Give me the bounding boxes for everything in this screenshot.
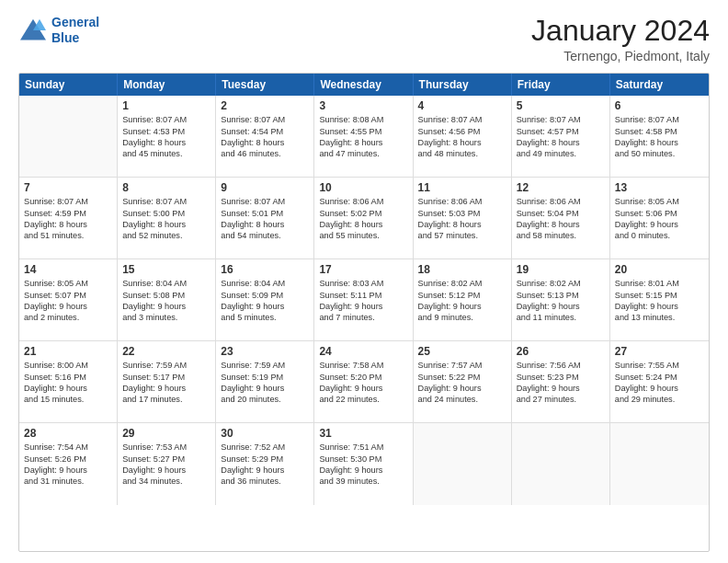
daylight: Daylight: 9 hours bbox=[221, 301, 309, 312]
sunset: Sunset: 5:03 PM bbox=[418, 208, 506, 219]
calendar-cell: 4 Sunrise: 8:07 AM Sunset: 4:56 PM Dayli… bbox=[414, 96, 512, 177]
sunrise: Sunrise: 8:06 AM bbox=[319, 196, 407, 207]
sunset: Sunset: 5:17 PM bbox=[122, 372, 210, 383]
daylight: Daylight: 8 hours bbox=[517, 219, 605, 230]
sunrise: Sunrise: 7:54 AM bbox=[24, 442, 112, 453]
sunset: Sunset: 5:00 PM bbox=[122, 208, 210, 219]
day-number: 22 bbox=[122, 345, 210, 358]
logo: General Blue bbox=[18, 15, 99, 46]
daylight-minutes: and 9 minutes. bbox=[418, 312, 506, 323]
sunset: Sunset: 4:54 PM bbox=[221, 126, 309, 137]
calendar-cell bbox=[610, 423, 709, 505]
day-number: 30 bbox=[221, 427, 309, 440]
calendar-cell: 16 Sunrise: 8:04 AM Sunset: 5:09 PM Dayl… bbox=[216, 259, 314, 340]
daylight: Daylight: 8 hours bbox=[418, 137, 506, 148]
day-number: 29 bbox=[122, 427, 210, 440]
day-number: 16 bbox=[221, 263, 309, 276]
daylight: Daylight: 9 hours bbox=[24, 383, 112, 394]
day-number: 7 bbox=[24, 181, 112, 194]
header-day: Friday bbox=[512, 74, 610, 96]
header-day: Thursday bbox=[414, 74, 512, 96]
location: Ternengo, Piedmont, Italy bbox=[531, 49, 710, 63]
daylight: Daylight: 8 hours bbox=[122, 219, 210, 230]
daylight: Daylight: 9 hours bbox=[122, 301, 210, 312]
calendar-cell: 25 Sunrise: 7:57 AM Sunset: 5:22 PM Dayl… bbox=[414, 341, 512, 422]
calendar-cell: 5 Sunrise: 8:07 AM Sunset: 4:57 PM Dayli… bbox=[512, 96, 610, 177]
daylight-minutes: and 46 minutes. bbox=[221, 148, 309, 159]
daylight: Daylight: 9 hours bbox=[517, 383, 605, 394]
daylight-minutes: and 7 minutes. bbox=[319, 312, 407, 323]
sunrise: Sunrise: 8:02 AM bbox=[517, 278, 605, 289]
daylight: Daylight: 8 hours bbox=[517, 137, 605, 148]
daylight: Daylight: 9 hours bbox=[615, 383, 704, 394]
sunset: Sunset: 5:06 PM bbox=[615, 208, 704, 219]
calendar-cell: 22 Sunrise: 7:59 AM Sunset: 5:17 PM Dayl… bbox=[118, 341, 216, 422]
sunset: Sunset: 4:53 PM bbox=[122, 126, 210, 137]
daylight: Daylight: 9 hours bbox=[615, 301, 704, 312]
calendar-cell: 11 Sunrise: 8:06 AM Sunset: 5:03 PM Dayl… bbox=[414, 178, 512, 259]
sunrise: Sunrise: 8:07 AM bbox=[221, 114, 309, 125]
sunrise: Sunrise: 8:03 AM bbox=[319, 278, 407, 289]
calendar-cell: 13 Sunrise: 8:05 AM Sunset: 5:06 PM Dayl… bbox=[610, 178, 709, 259]
daylight: Daylight: 9 hours bbox=[517, 301, 605, 312]
day-number: 19 bbox=[517, 263, 605, 276]
calendar-header: SundayMondayTuesdayWednesdayThursdayFrid… bbox=[19, 74, 709, 96]
sunset: Sunset: 5:23 PM bbox=[517, 372, 605, 383]
day-number: 26 bbox=[517, 345, 605, 358]
sunset: Sunset: 5:16 PM bbox=[24, 372, 112, 383]
sunset: Sunset: 5:13 PM bbox=[517, 290, 605, 301]
sunrise: Sunrise: 8:07 AM bbox=[24, 196, 112, 207]
daylight-minutes: and 51 minutes. bbox=[24, 230, 112, 241]
calendar-row: 28 Sunrise: 7:54 AM Sunset: 5:26 PM Dayl… bbox=[19, 423, 709, 505]
day-number: 10 bbox=[319, 181, 407, 194]
daylight-minutes: and 36 minutes. bbox=[221, 476, 309, 487]
day-number: 12 bbox=[517, 181, 605, 194]
daylight: Daylight: 8 hours bbox=[24, 219, 112, 230]
sunset: Sunset: 5:26 PM bbox=[24, 454, 112, 465]
day-number: 24 bbox=[319, 345, 407, 358]
daylight-minutes: and 20 minutes. bbox=[221, 394, 309, 405]
daylight: Daylight: 8 hours bbox=[615, 137, 704, 148]
day-number: 25 bbox=[418, 345, 506, 358]
header-day: Monday bbox=[118, 74, 216, 96]
daylight-minutes: and 57 minutes. bbox=[418, 230, 506, 241]
daylight-minutes: and 13 minutes. bbox=[615, 312, 704, 323]
calendar-cell: 29 Sunrise: 7:53 AM Sunset: 5:27 PM Dayl… bbox=[118, 423, 216, 505]
header-day: Saturday bbox=[610, 74, 709, 96]
daylight: Daylight: 9 hours bbox=[319, 301, 407, 312]
daylight-minutes: and 49 minutes. bbox=[517, 148, 605, 159]
sunrise: Sunrise: 7:53 AM bbox=[122, 442, 210, 453]
sunset: Sunset: 4:56 PM bbox=[418, 126, 506, 137]
daylight: Daylight: 9 hours bbox=[122, 465, 210, 476]
calendar-cell: 3 Sunrise: 8:08 AM Sunset: 4:55 PM Dayli… bbox=[314, 96, 413, 177]
day-number: 17 bbox=[319, 263, 407, 276]
daylight: Daylight: 8 hours bbox=[122, 137, 210, 148]
day-number: 1 bbox=[122, 99, 210, 112]
daylight-minutes: and 15 minutes. bbox=[24, 394, 112, 405]
calendar-cell: 26 Sunrise: 7:56 AM Sunset: 5:23 PM Dayl… bbox=[512, 341, 610, 422]
calendar-cell: 30 Sunrise: 7:52 AM Sunset: 5:29 PM Dayl… bbox=[216, 423, 314, 505]
daylight: Daylight: 9 hours bbox=[24, 465, 112, 476]
sunrise: Sunrise: 8:07 AM bbox=[615, 114, 704, 125]
logo-icon bbox=[18, 17, 48, 43]
daylight: Daylight: 8 hours bbox=[319, 137, 407, 148]
calendar-cell: 8 Sunrise: 8:07 AM Sunset: 5:00 PM Dayli… bbox=[118, 178, 216, 259]
day-number: 28 bbox=[24, 427, 112, 440]
sunrise: Sunrise: 7:59 AM bbox=[122, 360, 210, 371]
daylight-minutes: and 3 minutes. bbox=[122, 312, 210, 323]
day-number: 21 bbox=[24, 345, 112, 358]
sunrise: Sunrise: 7:57 AM bbox=[418, 360, 506, 371]
calendar-cell: 9 Sunrise: 8:07 AM Sunset: 5:01 PM Dayli… bbox=[216, 178, 314, 259]
daylight: Daylight: 9 hours bbox=[122, 383, 210, 394]
day-number: 8 bbox=[122, 181, 210, 194]
calendar-cell: 1 Sunrise: 8:07 AM Sunset: 4:53 PM Dayli… bbox=[118, 96, 216, 177]
sunrise: Sunrise: 7:51 AM bbox=[319, 442, 407, 453]
sunset: Sunset: 4:59 PM bbox=[24, 208, 112, 219]
sunrise: Sunrise: 8:07 AM bbox=[221, 196, 309, 207]
daylight-minutes: and 2 minutes. bbox=[24, 312, 112, 323]
calendar-cell: 18 Sunrise: 8:02 AM Sunset: 5:12 PM Dayl… bbox=[414, 259, 512, 340]
sunrise: Sunrise: 8:07 AM bbox=[122, 114, 210, 125]
sunrise: Sunrise: 8:04 AM bbox=[221, 278, 309, 289]
logo-text: General Blue bbox=[51, 15, 99, 46]
daylight: Daylight: 9 hours bbox=[615, 219, 704, 230]
